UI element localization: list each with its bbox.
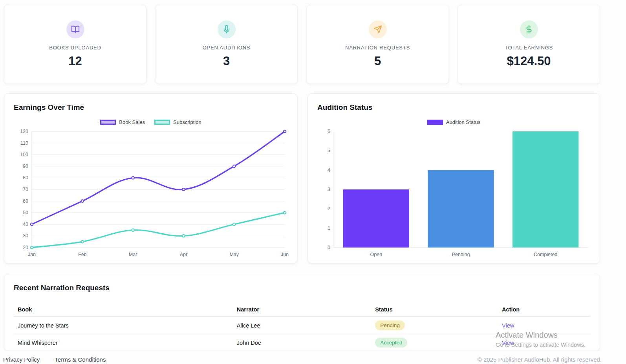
view-link[interactable]: View xyxy=(502,322,514,329)
recent-requests-card: Recent Narration Requests BookNarratorSt… xyxy=(4,274,600,351)
legend-label: Subscription xyxy=(173,119,201,125)
stat-card-open-auditions: OPEN AUDITIONS3 xyxy=(155,5,298,84)
legend-swatch xyxy=(154,120,170,125)
svg-text:4: 4 xyxy=(328,167,330,173)
microphone-icon xyxy=(218,20,236,38)
svg-text:30: 30 xyxy=(23,233,28,238)
stat-value: 12 xyxy=(68,54,82,68)
svg-text:70: 70 xyxy=(23,187,28,192)
svg-text:20: 20 xyxy=(23,245,28,250)
column-header-status: Status xyxy=(371,302,498,317)
earnings-line-chart: 2030405060708090100110120JanFebMarAprMay… xyxy=(14,127,289,261)
audition-chart-card: Audition Status Audition Status 0123456O… xyxy=(308,93,600,264)
audition-chart-title: Audition Status xyxy=(317,103,590,112)
legend-item-subscription[interactable]: Subscription xyxy=(154,119,201,125)
svg-text:40: 40 xyxy=(23,222,28,227)
footer: Privacy Policy Terms & Conditions © 2025… xyxy=(0,351,626,364)
audition-bar-chart: 0123456OpenPendingCompleted xyxy=(317,127,591,261)
svg-text:Jun: Jun xyxy=(281,252,289,257)
stat-card-books-uploaded: BOOKS UPLOADED12 xyxy=(4,5,146,84)
svg-text:110: 110 xyxy=(20,140,28,146)
svg-text:120: 120 xyxy=(20,129,28,134)
status-badge: Accepted xyxy=(375,338,407,348)
legend-swatch xyxy=(427,120,443,125)
legend-swatch xyxy=(100,120,116,125)
svg-text:Jan: Jan xyxy=(28,252,36,257)
legend-item-book-sales[interactable]: Book Sales xyxy=(100,119,145,125)
column-header-action: Action xyxy=(498,302,590,317)
table-row: Journey to the StarsAlice LeePendingView xyxy=(14,317,590,334)
svg-text:2: 2 xyxy=(328,206,330,211)
recent-requests-title: Recent Narration Requests xyxy=(14,284,590,292)
svg-text:Feb: Feb xyxy=(78,252,87,257)
status-cell: Accepted xyxy=(371,334,498,351)
action-cell: View xyxy=(498,334,590,351)
book-cell: Journey to the Stars xyxy=(14,317,233,334)
dollar-icon xyxy=(520,20,538,38)
svg-text:Completed: Completed xyxy=(534,252,557,257)
svg-text:5: 5 xyxy=(328,148,330,153)
svg-text:Mar: Mar xyxy=(129,252,137,257)
svg-text:0: 0 xyxy=(328,245,330,250)
audition-chart-legend: Audition Status xyxy=(317,118,590,126)
charts-row: Earnings Over Time Book SalesSubscriptio… xyxy=(4,93,600,264)
earnings-chart-legend: Book SalesSubscription xyxy=(14,118,288,126)
stat-value: 3 xyxy=(223,54,230,68)
send-icon xyxy=(369,20,387,38)
status-cell: Pending xyxy=(371,317,498,334)
view-link[interactable]: View xyxy=(502,340,514,346)
earnings-chart-card: Earnings Over Time Book SalesSubscriptio… xyxy=(4,93,298,264)
stats-row: BOOKS UPLOADED12OPEN AUDITIONS3NARRATION… xyxy=(4,5,600,84)
legend-label: Audition Status xyxy=(446,119,480,125)
column-header-narrator: Narrator xyxy=(233,302,371,317)
book-icon xyxy=(66,20,84,38)
action-cell: View xyxy=(498,317,590,334)
stat-card-total-earnings: TOTAL EARNINGS$124.50 xyxy=(458,5,600,84)
narrator-cell: Alice Lee xyxy=(233,317,371,334)
svg-text:60: 60 xyxy=(23,198,28,204)
svg-text:Open: Open xyxy=(370,252,383,257)
stat-value: 5 xyxy=(374,54,381,68)
svg-text:1: 1 xyxy=(328,226,330,231)
stat-value: $124.50 xyxy=(507,54,551,68)
svg-text:6: 6 xyxy=(328,129,330,134)
stat-label: OPEN AUDITIONS xyxy=(203,45,251,51)
requests-table: BookNarratorStatusAction Journey to the … xyxy=(14,302,590,351)
legend-label: Book Sales xyxy=(119,119,145,125)
svg-text:May: May xyxy=(229,252,239,257)
svg-text:100: 100 xyxy=(20,152,28,157)
copyright-text: © 2025 Publisher AudioHub. All rights re… xyxy=(478,356,602,363)
terms-conditions-link[interactable]: Terms & Conditions xyxy=(55,356,106,363)
svg-text:90: 90 xyxy=(23,164,28,169)
requests-table-body: Journey to the StarsAlice LeePendingView… xyxy=(14,317,590,351)
stat-label: BOOKS UPLOADED xyxy=(49,45,101,51)
requests-table-header-row: BookNarratorStatusAction xyxy=(14,302,590,317)
stat-label: NARRATION REQUESTS xyxy=(345,45,410,51)
narrator-cell: John Doe xyxy=(233,334,371,351)
svg-text:Apr: Apr xyxy=(180,252,187,257)
stat-card-narration-requests: NARRATION REQUESTS5 xyxy=(306,5,449,84)
stat-label: TOTAL EARNINGS xyxy=(505,45,553,51)
svg-text:3: 3 xyxy=(328,187,330,192)
svg-text:Pending: Pending xyxy=(452,252,470,257)
status-badge: Pending xyxy=(375,320,405,330)
table-row: Mind WhispererJohn DoeAcceptedView xyxy=(14,334,590,351)
legend-item-audition-status[interactable]: Audition Status xyxy=(427,119,480,125)
column-header-book: Book xyxy=(14,302,233,317)
earnings-chart-title: Earnings Over Time xyxy=(14,103,288,112)
svg-text:80: 80 xyxy=(23,175,28,180)
book-cell: Mind Whisperer xyxy=(14,334,233,351)
privacy-policy-link[interactable]: Privacy Policy xyxy=(3,356,40,363)
svg-text:50: 50 xyxy=(23,210,28,215)
